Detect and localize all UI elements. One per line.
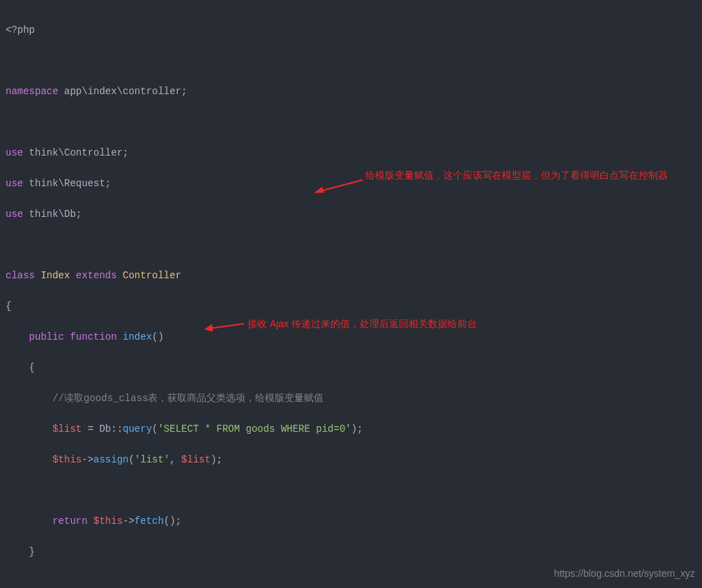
annotation-1: 给模版变量赋值，这个应该写在模型层，但为了看得明白点写在控制器 [365,167,693,183]
arrow-icon [201,318,250,333]
arrow-icon [311,176,367,197]
svg-marker-3 [205,324,213,331]
php-open-tag: <?php [6,24,35,36]
comment: //读取goods_class表，获取商品父类选项，给模版变量赋值 [52,393,323,404]
code-block: <?php namespace app\index\controller; us… [0,0,702,588]
svg-marker-1 [315,187,323,193]
watermark: https://blog.csdn.net/system_xyz [554,566,695,581]
annotation-2: 接收 Ajax 传递过来的值，处理后返回相关数据给前台 [247,316,477,331]
